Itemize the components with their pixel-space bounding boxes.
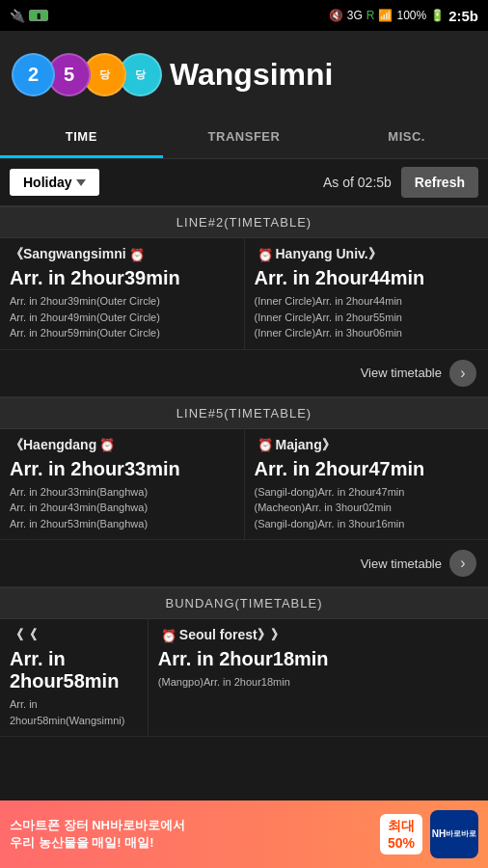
line2-left-arr-main: Arr. in 2hour39min — [10, 267, 234, 289]
holiday-label: Holiday — [23, 175, 72, 190]
toolbar: Holiday As of 02:5b Refresh — [0, 159, 488, 206]
line2-right-clock-icon: ⏰ — [258, 248, 273, 262]
line2-left-arr-subs: Arr. in 2hour39min(Outer Circle) Arr. in… — [10, 293, 234, 341]
clock-status: 2:5b — [448, 8, 478, 24]
line5-train-block: 《Haengdang ⏰ Arr. in 2hour33min Arr. in … — [0, 429, 488, 541]
usb-icon: 🔌 — [10, 9, 25, 23]
signal-bars-icon: 📶 — [378, 9, 393, 22]
tab-transfer[interactable]: TRANSFER — [163, 118, 326, 158]
refresh-button[interactable]: Refresh — [401, 167, 478, 198]
banner-line1: 스마트폰 장터 NH바로바로에서 — [10, 817, 372, 834]
bundang-train-block: 《《 Arr. in 2hour58min Arr. in 2hour58min… — [0, 619, 488, 737]
battery-percent: 100% — [396, 9, 426, 22]
line2-left-direction: 《Sangwangsimni ⏰ — [10, 246, 234, 263]
bundang-right-arr-subs: (Mangpo)Arr. in 2hour18min — [158, 674, 478, 691]
status-bar-right: 🔇 3G R 📶 100% 🔋 2:5b — [329, 8, 478, 24]
banner-line2: 우리 농산물을 매일! 매일! — [10, 834, 372, 852]
line5-left-clock-icon: ⏰ — [99, 438, 115, 452]
bundang-left-arr-subs: Arr. in 2hour58min(Wangsimni) — [10, 696, 138, 728]
line5-left-direction: 《Haengdang ⏰ — [10, 437, 234, 454]
line2-section-header: LINE#2(TIMETABLE) — [0, 206, 488, 238]
banner[interactable]: 스마트폰 장터 NH바로바로에서 우리 농산물을 매일! 매일! 최대 50% … — [0, 800, 488, 868]
line5-timetable-arrow-icon: › — [449, 550, 476, 577]
line2-timetable-arrow-icon: › — [449, 360, 476, 387]
banner-badge: 최대 50% — [380, 814, 422, 854]
tab-bar: TIME TRANSFER MISC. — [0, 118, 488, 159]
bundang-right-direction: ⏰ Seoul forest》》 — [158, 627, 478, 644]
signal-label: R — [366, 9, 375, 22]
bundang-left-direction: 《《 — [10, 627, 138, 644]
battery-icon: 🔋 — [430, 9, 445, 22]
banner-logo: NH 바로바로 — [430, 810, 478, 858]
holiday-button[interactable]: Holiday — [10, 169, 99, 196]
header: 2 5 당 당 Wangsimni — [0, 31, 488, 118]
line5-right-arr-main: Arr. in 2hour47min — [255, 458, 479, 480]
network-label: 3G — [347, 9, 363, 22]
line2-left-clock-icon: ⏰ — [129, 248, 145, 262]
line5-right-col: ⏰ Majang》 Arr. in 2hour47min (Sangil-don… — [245, 429, 489, 540]
line5-view-timetable[interactable]: View timetable › — [0, 540, 488, 587]
line2-right-arr-subs: (Inner Circle)Arr. in 2hour44min (Inner … — [255, 293, 479, 341]
line2-train-block: 《Sangwangsimni ⏰ Arr. in 2hour39min Arr.… — [0, 238, 488, 350]
battery-small-icon: ▮ — [29, 10, 48, 21]
bundang-left-col: 《《 Arr. in 2hour58min Arr. in 2hour58min… — [0, 619, 149, 736]
line2-left-col: 《Sangwangsimni ⏰ Arr. in 2hour39min Arr.… — [0, 238, 245, 349]
line5-right-clock-icon: ⏰ — [258, 438, 273, 452]
line2-view-timetable[interactable]: View timetable › — [0, 350, 488, 397]
line5-right-arr-subs: (Sangil-dong)Arr. in 2hour47min (Macheon… — [255, 484, 479, 532]
station-name: Wangsimni — [170, 57, 333, 93]
line5-section-header: LINE#5(TIMETABLE) — [0, 397, 488, 429]
tab-time[interactable]: TIME — [0, 118, 163, 158]
bundang-section-header: BUNDANG(TIMETABLE) — [0, 587, 488, 619]
bundang-right-arr-main: Arr. in 2hour18min — [158, 648, 478, 670]
status-bar-left: 🔌 ▮ — [10, 9, 48, 23]
bundang-left-arr-main: Arr. in 2hour58min — [10, 648, 138, 692]
banner-text: 스마트폰 장터 NH바로바로에서 우리 농산물을 매일! 매일! — [10, 817, 372, 852]
line5-left-arr-main: Arr. in 2hour33min — [10, 458, 234, 480]
status-bar: 🔌 ▮ 🔇 3G R 📶 100% 🔋 2:5b — [0, 0, 488, 31]
logo-balls: 2 5 당 당 — [12, 53, 154, 96]
tab-misc[interactable]: MISC. — [325, 118, 488, 158]
line2-right-direction: ⏰ Hanyang Univ.》 — [255, 246, 479, 263]
mute-icon: 🔇 — [329, 9, 343, 22]
line2-right-arr-main: Arr. in 2hour44min — [255, 267, 479, 289]
line2-right-col: ⏰ Hanyang Univ.》 Arr. in 2hour44min (Inn… — [245, 238, 489, 349]
bundang-right-clock-icon: ⏰ — [161, 629, 176, 643]
as-of-label: As of 02:5b — [99, 175, 392, 190]
bundang-right-col: ⏰ Seoul forest》》 Arr. in 2hour18min (Man… — [149, 619, 488, 736]
ball-2: 2 — [12, 53, 55, 96]
line5-right-direction: ⏰ Majang》 — [255, 437, 479, 454]
dropdown-arrow-icon — [76, 179, 86, 186]
line5-left-col: 《Haengdang ⏰ Arr. in 2hour33min Arr. in … — [0, 429, 245, 540]
line5-left-arr-subs: Arr. in 2hour33min(Banghwa) Arr. in 2hou… — [10, 484, 234, 532]
